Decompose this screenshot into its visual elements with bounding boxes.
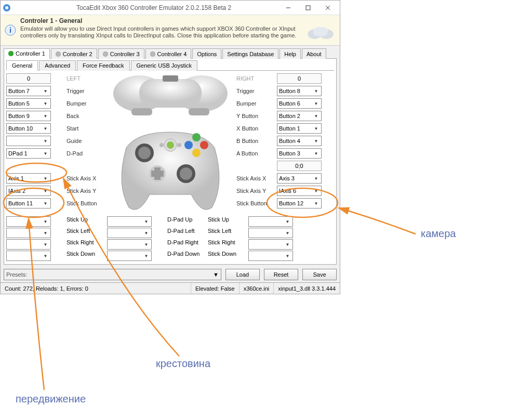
- right-label: Stick Button: [236, 200, 267, 206]
- info-body: Emulator will allow you to use Direct In…: [20, 25, 301, 39]
- chevron-down-icon: ▼: [284, 252, 291, 260]
- subtab-advanced[interactable]: Advanced: [39, 60, 76, 71]
- left-guide-combo[interactable]: ▼: [6, 136, 51, 146]
- status-ini: x360ce.ini: [239, 283, 274, 294]
- load-button[interactable]: Load: [225, 269, 260, 280]
- chevron-down-icon: ▼: [313, 99, 320, 108]
- svg-text:i: i: [9, 26, 11, 34]
- svg-point-23: [200, 141, 208, 149]
- svg-rect-10: [313, 27, 328, 36]
- titlebar: TocaEdit Xbox 360 Controller Emulator 2.…: [1, 1, 340, 15]
- chevron-down-icon: ▼: [42, 149, 49, 158]
- svg-rect-15: [189, 108, 209, 115]
- right-coords: 0;0: [277, 161, 322, 171]
- close-icon: [325, 5, 330, 10]
- right-header: RIGHT: [236, 73, 274, 84]
- app-icon: [3, 4, 11, 12]
- tab-help[interactable]: Help: [280, 48, 301, 59]
- svg-rect-16: [163, 75, 178, 82]
- left-stick-dir-combo[interactable]: ▼: [6, 216, 51, 227]
- led-icon: [150, 51, 155, 57]
- maximize-button[interactable]: [298, 2, 318, 14]
- dpad-dir-combo[interactable]: ▼: [107, 251, 152, 261]
- button-row: Presets: ▼ Load Reset Save: [4, 269, 337, 280]
- svg-rect-14: [131, 108, 152, 115]
- chevron-down-icon: ▼: [313, 124, 320, 133]
- chevron-down-icon: ▼: [42, 217, 49, 226]
- save-button[interactable]: Save: [302, 269, 337, 280]
- svg-point-31: [177, 143, 181, 147]
- tab-about[interactable]: About: [302, 48, 326, 59]
- chevron-down-icon: ▼: [42, 124, 49, 133]
- right-stick-axis-y-combo[interactable]: IAxis 6▼: [277, 186, 322, 196]
- tab-controller-4[interactable]: Controller 4: [145, 48, 192, 59]
- minimize-button[interactable]: [278, 2, 298, 14]
- status-counts: Count: 272, Reloads: 1, Errors: 0: [1, 283, 191, 294]
- chevron-down-icon: ▼: [42, 174, 49, 183]
- left-stick-dir-combo[interactable]: ▼: [6, 251, 51, 261]
- svg-point-18: [138, 147, 151, 159]
- subtab-general[interactable]: General: [6, 60, 38, 71]
- right-trigger-value: 0: [277, 73, 322, 84]
- mapping-grid: 0 LEFT: [6, 73, 334, 215]
- left-stick-dir-combo[interactable]: ▼: [6, 239, 51, 250]
- right-b-button-combo[interactable]: Button 4▼: [277, 136, 322, 146]
- info-heading: Controler 1 - General: [20, 17, 301, 24]
- main-tabs: Controller 1 Controller 2 Controller 3 C…: [4, 48, 337, 59]
- left-label: Bumper: [66, 100, 87, 107]
- subtab-device[interactable]: Generic USB Joystick: [131, 60, 197, 71]
- close-button[interactable]: [318, 2, 338, 14]
- dpad-dir-combo[interactable]: ▼: [107, 228, 152, 238]
- bottom-grid: ▼ Stick Up ▼ D-Pad Up Stick Up ▼▼ Stick …: [6, 216, 334, 261]
- svg-point-22: [184, 141, 193, 149]
- left-label: Stick Axis X: [66, 175, 96, 181]
- chevron-down-icon: ▼: [143, 217, 150, 226]
- left-start-combo[interactable]: Button 10▼: [6, 123, 51, 134]
- reset-button[interactable]: Reset: [264, 269, 298, 280]
- presets-combo[interactable]: Presets: ▼: [4, 269, 221, 280]
- left-label: Stick Button: [66, 200, 97, 206]
- tab-settings-db[interactable]: Settings Database: [222, 48, 278, 59]
- app-window: TocaEdit Xbox 360 Controller Emulator 2.…: [0, 0, 340, 294]
- left-bumper-combo[interactable]: Button 5▼: [6, 98, 51, 109]
- right-stick-axis-x-combo[interactable]: Axis 3▼: [277, 173, 322, 184]
- left-stick-axis-x-combo[interactable]: Axis 1▼: [6, 173, 51, 184]
- left-label: Back: [66, 113, 79, 119]
- left-back-combo[interactable]: Button 9▼: [6, 111, 51, 121]
- maximize-icon: [305, 5, 311, 10]
- right-label: Y Button: [236, 113, 258, 119]
- left-stick-dir-combo[interactable]: ▼: [6, 228, 51, 238]
- left-stick-button-combo[interactable]: Button 11▼: [6, 198, 51, 208]
- chevron-down-icon: ▼: [313, 87, 320, 95]
- subtab-force-feedback[interactable]: Force Feedback: [77, 60, 129, 71]
- chevron-down-icon: ▼: [284, 229, 291, 237]
- right-trigger-combo[interactable]: Button 8▼: [277, 86, 322, 96]
- left-label: Stick Axis Y: [66, 188, 96, 194]
- right-stick-dir-combo[interactable]: ▼: [248, 251, 293, 261]
- left-header: LEFT: [66, 73, 104, 84]
- dpad-dir-combo[interactable]: ▼: [107, 216, 152, 227]
- chevron-down-icon: ▼: [284, 217, 291, 226]
- tab-controller-1[interactable]: Controller 1: [4, 48, 50, 59]
- right-stick-dir-combo[interactable]: ▼: [248, 239, 293, 250]
- right-x-button-combo[interactable]: Button 1▼: [277, 123, 322, 134]
- right-stick-dir-combo[interactable]: ▼: [248, 216, 293, 227]
- left-d-pad-combo[interactable]: DPad 1▼: [6, 148, 51, 159]
- tab-options[interactable]: Options: [192, 48, 221, 59]
- right-bumper-combo[interactable]: Button 6▼: [277, 98, 322, 109]
- left-stick-axis-y-combo[interactable]: IAxis 2▼: [6, 186, 51, 196]
- right-stick-button-combo[interactable]: Button 12▼: [277, 198, 322, 208]
- right-a-button-combo[interactable]: Button 3▼: [277, 148, 322, 159]
- left-trigger-value: 0: [6, 73, 51, 84]
- dpad-dir-combo[interactable]: ▼: [107, 239, 152, 250]
- chevron-down-icon: ▼: [42, 252, 49, 260]
- tab-controller-3[interactable]: Controller 3: [98, 48, 144, 59]
- right-label: Stick Axis X: [236, 175, 266, 181]
- right-label: Stick Axis Y: [236, 188, 266, 194]
- right-stick-dir-combo[interactable]: ▼: [248, 228, 293, 238]
- left-trigger-combo[interactable]: Button 7▼: [6, 86, 51, 96]
- annotation-move: передвижение: [16, 393, 86, 405]
- right-y-button-combo[interactable]: Button 2▼: [277, 111, 322, 121]
- status-elevated: Elevated: False: [191, 283, 239, 294]
- tab-controller-2[interactable]: Controller 2: [51, 48, 97, 59]
